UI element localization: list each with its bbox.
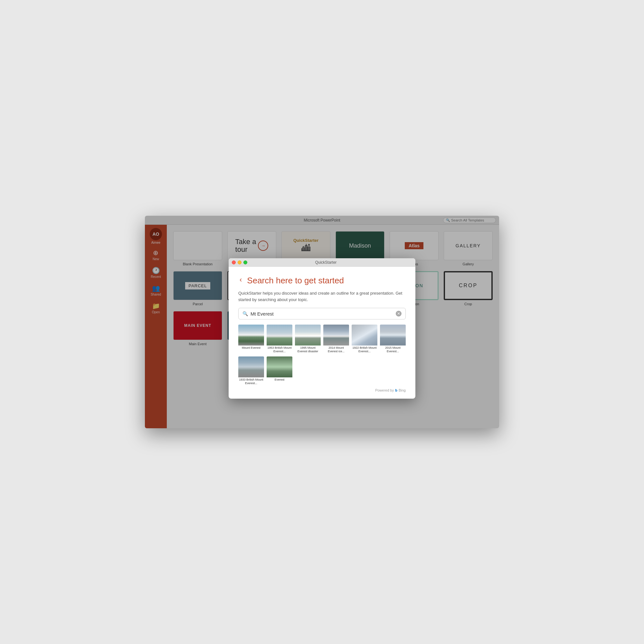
powered-by: Powered by b Bing xyxy=(238,388,406,392)
back-button[interactable]: ‹ xyxy=(238,276,243,283)
result-label-3: 1995 Mount Everest disaster xyxy=(295,346,321,354)
result-thumb-7 xyxy=(238,356,264,377)
result-label-6: 2015 Mount Everest... xyxy=(380,346,406,354)
result-label-7: 1933 British Mount Everest... xyxy=(238,377,264,386)
result-label-4: 2014 Mount Everest ice... xyxy=(323,346,349,354)
result-2014-ice[interactable]: 2014 Mount Everest ice... xyxy=(323,325,349,354)
result-thumb-2 xyxy=(267,325,292,346)
minimize-button[interactable] xyxy=(238,260,241,264)
result-label-5: 1922 British Mount Everest... xyxy=(352,346,377,354)
search-bar: 🔍 ✕ xyxy=(238,308,406,319)
quickstarter-modal: QuickStarter ‹ Search here to get starte… xyxy=(229,258,415,398)
search-bar-icon: 🔍 xyxy=(242,311,248,316)
maximize-button[interactable] xyxy=(243,260,247,264)
modal-title: QuickStarter xyxy=(249,260,403,265)
bing-text: Bing xyxy=(399,388,406,392)
result-thumb-1 xyxy=(238,325,264,346)
result-1953-british[interactable]: 1953 British Mount Everest... xyxy=(267,325,292,354)
result-mount-everest[interactable]: Mount Everest xyxy=(238,325,264,354)
close-button[interactable] xyxy=(232,260,236,264)
result-thumb-8 xyxy=(267,356,292,377)
result-everest[interactable]: Everest xyxy=(267,356,292,386)
result-thumb-3 xyxy=(295,325,321,346)
app-window: Microsoft PowerPoint 🔍 AO Aimee ⊕ New 🕐 … xyxy=(145,216,499,428)
modal-overlay: QuickStarter ‹ Search here to get starte… xyxy=(145,225,499,428)
main-content: AO Aimee ⊕ New 🕐 Recent 👥 Shared 📁 Open xyxy=(145,225,499,428)
result-1933-british[interactable]: 1933 British Mount Everest... xyxy=(238,356,264,386)
modal-heading: Search here to get started xyxy=(247,276,344,286)
result-1922-british[interactable]: 1922 British Mount Everest... xyxy=(352,325,377,354)
result-label-8: Everest xyxy=(267,377,292,382)
result-thumb-6 xyxy=(380,325,406,346)
result-thumb-5 xyxy=(352,325,377,346)
search-clear-button[interactable]: ✕ xyxy=(396,311,402,317)
result-1995-disaster[interactable]: 1995 Mount Everest disaster xyxy=(295,325,321,354)
search-input[interactable] xyxy=(251,311,393,317)
modal-header: ‹ Search here to get started xyxy=(238,276,406,286)
modal-title-bar: QuickStarter xyxy=(229,258,415,267)
bing-logo: b xyxy=(395,388,397,392)
modal-description: QuickStarter helps you discover ideas an… xyxy=(238,290,406,303)
result-label-1: Mount Everest xyxy=(238,346,264,350)
result-thumb-4 xyxy=(323,325,349,346)
modal-body: ‹ Search here to get started QuickStarte… xyxy=(229,267,415,398)
results-grid: Mount Everest 1953 British Mount Everest… xyxy=(238,325,406,385)
result-label-2: 1953 British Mount Everest... xyxy=(267,346,292,354)
result-2015-mount[interactable]: 2015 Mount Everest... xyxy=(380,325,406,354)
powered-by-text: Powered by xyxy=(375,388,394,392)
